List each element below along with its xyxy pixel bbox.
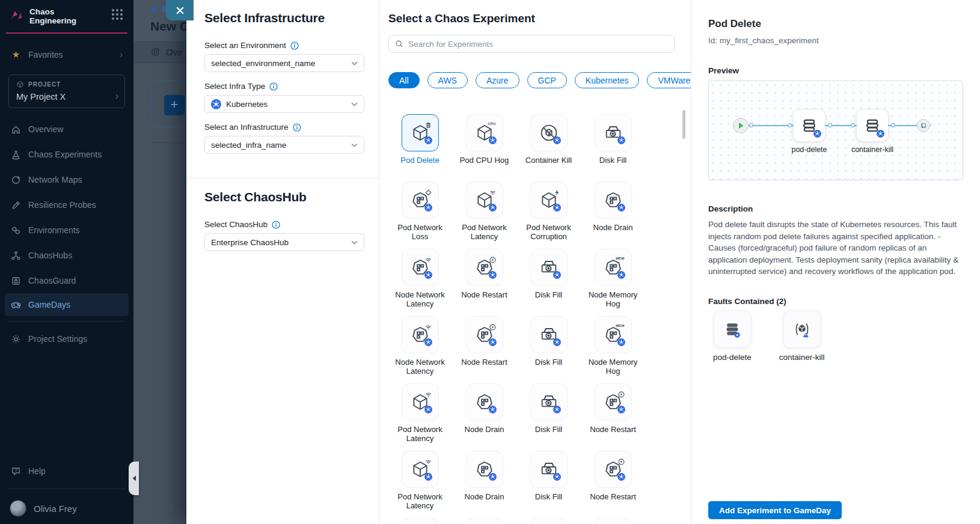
experiment-card-clipped[interactable]	[388, 517, 452, 524]
sidebar-item-chaos-experiments[interactable]: Chaos Experiments	[0, 142, 133, 167]
infrastructure-select[interactable]: selected_infra_name	[204, 136, 364, 154]
pod-network-latency-icon	[402, 451, 439, 488]
experiment-card-node-memory-hog[interactable]: MEMNode Memory Hog	[581, 315, 645, 382]
sidebar-item-help[interactable]: Help	[0, 458, 133, 484]
chevron-right-icon: ›	[120, 50, 123, 59]
tab-overview[interactable]: Ove	[166, 47, 183, 57]
experiment-card-node-restart[interactable]: Node Restart	[581, 449, 645, 517]
experiment-card-clipped[interactable]	[452, 517, 516, 524]
experiment-card-label: Node Memory Hog	[582, 358, 645, 376]
experiment-card-pod-network-latency[interactable]: Pod Network Latency	[388, 382, 452, 449]
kubernetes-badge-icon	[489, 271, 497, 279]
filter-pill-gcp[interactable]: GCP	[527, 72, 567, 88]
experiment-card-node-memory-hog[interactable]: MEMNode Memory Hog	[581, 248, 645, 315]
experiment-card-container-kill[interactable]: Container Kill	[516, 113, 581, 180]
add-button[interactable]: +	[164, 95, 185, 115]
help-label: Help	[28, 466, 46, 476]
experiment-card-pod-network-corruption[interactable]: Pod Network Corruption	[516, 180, 581, 248]
experiment-card-disk-fill[interactable]: Disk Fill	[516, 315, 581, 382]
info-icon[interactable]	[290, 41, 299, 50]
kubernetes-badge-icon	[424, 406, 432, 413]
sidebar-item-chaoshubs[interactable]: ChaosHubs	[0, 243, 133, 268]
project-logo-icon	[150, 5, 159, 14]
disk-fill-icon	[530, 383, 568, 421]
node-drain-icon	[466, 518, 503, 524]
add-experiment-button[interactable]: Add Experiment to GameDay	[708, 501, 842, 519]
experiment-card-node-restart[interactable]: Node Restart	[452, 315, 516, 382]
filter-pill-kubernetes[interactable]: Kubernetes	[575, 72, 640, 88]
search-icon	[395, 40, 403, 48]
experiment-card-node-drain[interactable]: Node Drain	[452, 382, 516, 449]
sidebar-item-label: Resilience Probes	[28, 200, 96, 210]
experiment-card-label: Container Kill	[525, 156, 572, 165]
pipeline-start[interactable]	[733, 118, 749, 133]
kubernetes-badge-icon	[553, 473, 561, 481]
sidebar-item-gamedays[interactable]: GameDays	[5, 293, 129, 316]
chaoshub-select[interactable]: Enterprise ChaosHub	[204, 233, 364, 251]
filter-pill-aws[interactable]: AWS	[427, 72, 468, 88]
search-input[interactable]	[408, 40, 668, 49]
sidebar-item-favorites[interactable]: ★ Favorites ›	[0, 42, 133, 67]
experiment-card-node-drain[interactable]: Node Drain	[452, 449, 516, 517]
project-selector[interactable]: PROJECT My Project X ›	[8, 75, 125, 108]
experiments-heading: Select a Chaos Experiment	[388, 12, 535, 25]
sidebar-item-resilience-probes[interactable]: Resilience Probes	[0, 192, 133, 218]
app-switcher-icon[interactable]	[112, 9, 125, 22]
sidebar-divider	[8, 321, 125, 321]
sidebar-collapse-handle[interactable]	[129, 462, 139, 495]
chaoshub-label: Select ChaosHub	[204, 220, 280, 229]
fault-item-container-kill[interactable]: container-kill	[779, 311, 825, 362]
environment-select[interactable]: selected_environment_name	[204, 54, 364, 72]
experiment-card-pod-cpu-hog[interactable]: CPUPod CPU Hog	[452, 113, 516, 180]
environment-label: Select an Environment	[204, 41, 299, 50]
sidebar-item-overview[interactable]: Overview	[0, 117, 133, 142]
infra-type-select[interactable]: Kubernetes	[204, 95, 364, 113]
experiment-card-node-restart[interactable]: Node Restart	[581, 382, 645, 449]
experiment-card-clipped[interactable]	[516, 517, 581, 524]
experiment-card-clipped[interactable]	[581, 517, 645, 524]
experiment-card-label: Node Network Latency	[389, 358, 452, 376]
experiment-card-pod-network-loss[interactable]: Pod Network Loss	[388, 180, 452, 248]
info-icon[interactable]	[272, 221, 280, 229]
experiment-card-disk-fill[interactable]: Disk Fill	[516, 449, 581, 517]
scrollbar-thumb[interactable]	[682, 110, 685, 139]
pipeline-node-pod-delete[interactable]	[794, 110, 825, 141]
experiment-card-pod-network-latency[interactable]: Pod Network Latency	[452, 180, 516, 248]
close-button[interactable]	[166, 0, 194, 20]
gameday-experiment-modal: Select Infrastructure Select an Environm…	[186, 0, 980, 524]
experiment-card-node-network-latency[interactable]: Node Network Latency	[388, 248, 452, 315]
filter-pill-azure[interactable]: Azure	[476, 72, 519, 88]
user-menu[interactable]: Olivia Frey	[0, 494, 133, 518]
experiment-card-node-restart[interactable]: Node Restart	[452, 248, 516, 315]
experiment-card-node-drain[interactable]: Node Drain	[581, 180, 645, 248]
experiment-card-disk-fill[interactable]: Disk Fill	[516, 248, 581, 315]
info-icon[interactable]	[269, 82, 278, 91]
experiment-card-node-network-latency[interactable]: Node Network Latency	[388, 315, 452, 382]
sidebar-item-environments[interactable]: Environments	[0, 218, 133, 243]
fault-item-pod-delete[interactable]: pod-delete	[713, 311, 752, 362]
sidebar-item-network-maps[interactable]: Network Maps	[0, 167, 133, 192]
kubernetes-badge-icon	[489, 136, 497, 144]
kubernetes-icon	[211, 99, 221, 109]
experiment-card-label: Pod Delete	[400, 156, 439, 165]
chevron-down-icon	[351, 102, 358, 106]
project-label-row: PROJECT	[16, 81, 117, 88]
experiment-card-label: Node Drain	[465, 425, 504, 434]
gear-icon	[11, 334, 21, 344]
kubernetes-badge-icon	[617, 338, 625, 346]
experiment-card-pod-delete[interactable]: Pod Delete	[388, 113, 452, 180]
filter-pill-vmware[interactable]: VMWare	[647, 72, 691, 88]
sidebar-item-chaosguard[interactable]: ChaosGuard	[0, 268, 133, 293]
sidebar-item-project-settings[interactable]: Project Settings	[0, 326, 133, 352]
experiment-card-disk-fill[interactable]: Disk Fill	[581, 113, 645, 180]
experiment-card-pod-network-latency[interactable]: Pod Network Latency	[388, 449, 452, 517]
pipeline-connector-dot	[922, 123, 926, 127]
pipeline-node-container-kill[interactable]	[857, 110, 888, 141]
experiment-card-disk-fill[interactable]: Disk Fill	[516, 382, 581, 449]
pod-cpu-hog-icon: CPU	[466, 114, 503, 151]
experiment-card-label: Node Memory Hog	[582, 290, 645, 308]
info-icon[interactable]	[293, 123, 301, 132]
section-divider	[186, 178, 379, 178]
filter-pill-all[interactable]: All	[388, 72, 420, 88]
infrastructure-value: selected_infra_name	[211, 141, 346, 150]
